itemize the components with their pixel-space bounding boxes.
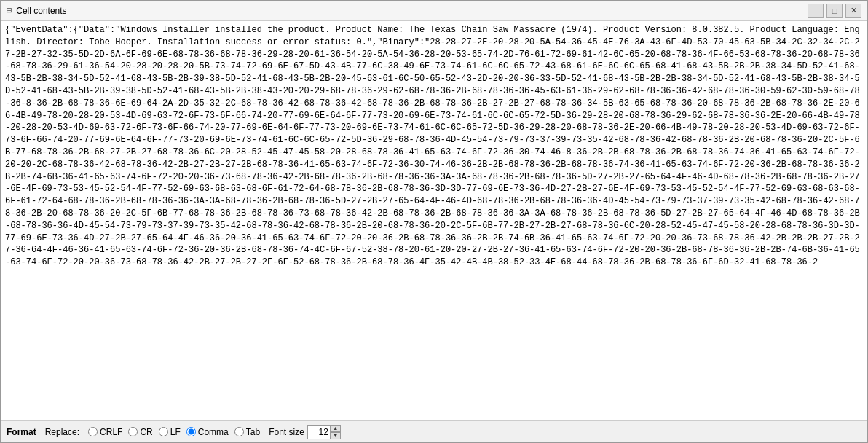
radio-tab[interactable] — [234, 427, 244, 436]
window-title: Cell contents — [16, 6, 66, 16]
font-size-increment-button[interactable]: ▲ — [331, 425, 341, 432]
maximize-button[interactable]: □ — [826, 4, 843, 18]
radio-lf[interactable] — [159, 427, 168, 436]
title-bar-buttons: — □ ✕ — [808, 4, 861, 18]
radio-item-tab[interactable]: Tab — [234, 427, 260, 437]
font-size-input-wrapper: ▲ ▼ — [307, 425, 341, 439]
radio-item-crlf[interactable]: CRLF — [88, 427, 122, 437]
radio-item-lf[interactable]: LF — [159, 427, 181, 437]
radio-cr[interactable] — [128, 427, 138, 436]
font-size-spinner: ▲ ▼ — [331, 425, 341, 439]
radio-crlf[interactable] — [88, 427, 98, 436]
title-bar-left: ⊞ Cell contents — [7, 5, 67, 16]
main-window: ⊞ Cell contents — □ ✕ Format Replace: CR… — [0, 0, 868, 443]
format-label: Format — [7, 427, 36, 437]
window-icon: ⊞ — [7, 5, 12, 16]
radio-comma[interactable] — [186, 427, 196, 436]
cell-content-text[interactable] — [1, 21, 867, 420]
close-button[interactable]: ✕ — [845, 4, 861, 18]
radio-tab-label[interactable]: Tab — [246, 427, 260, 437]
font-size-label: Font size — [269, 427, 304, 437]
minimize-button[interactable]: — — [808, 4, 824, 18]
content-area — [1, 21, 867, 420]
radio-item-cr[interactable]: CR — [128, 427, 152, 437]
replace-label: Replace: — [45, 427, 79, 437]
radio-item-comma[interactable]: Comma — [186, 427, 229, 437]
font-size-decrement-button[interactable]: ▼ — [331, 432, 341, 439]
font-size-input[interactable] — [307, 425, 331, 439]
bottom-bar: Format Replace: CRLF CR LF Comma Tab — [1, 420, 867, 442]
font-size-group: Font size ▲ ▼ — [269, 425, 341, 439]
radio-comma-label[interactable]: Comma — [198, 427, 229, 437]
radio-crlf-label[interactable]: CRLF — [100, 427, 122, 437]
radio-lf-label[interactable]: LF — [170, 427, 181, 437]
radio-cr-label[interactable]: CR — [140, 427, 152, 437]
line-ending-radio-group: CRLF CR LF Comma Tab — [88, 427, 260, 437]
title-bar: ⊞ Cell contents — □ ✕ — [1, 1, 867, 21]
